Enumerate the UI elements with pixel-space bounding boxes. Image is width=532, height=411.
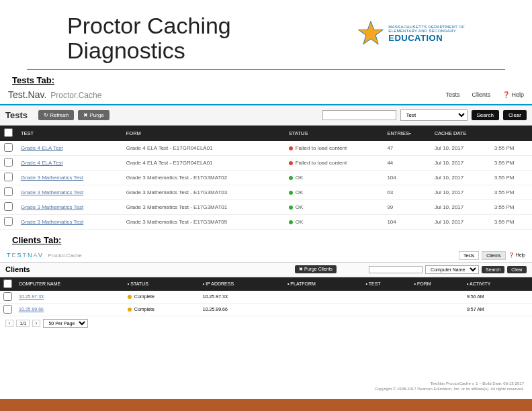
row-checkbox[interactable] [4,143,13,152]
tests-toolbar: Tests ↻ Refresh ✖ Purge Test Search Clea… [0,105,532,126]
col-status[interactable]: STATUS [285,126,384,141]
clients-nav-help[interactable]: ❓ Help [508,253,525,258]
row-checkbox[interactable] [4,202,13,211]
col-client-form[interactable]: • FORM [411,277,463,291]
col-ip[interactable]: • IP ADDRESS [200,277,284,291]
cell-test[interactable]: Grade 4 ELA Test [17,155,122,170]
nav-clients[interactable]: Clients [472,91,490,98]
row-checkbox[interactable] [3,305,12,314]
row-checkbox[interactable] [3,292,12,301]
cell-time: 3:55 PM [490,185,532,199]
cell-platform [284,291,363,304]
purge-button[interactable]: ✖ Purge [78,110,109,120]
footer-copyright: Copyright © 1998-2017 Pearson Education,… [375,387,524,392]
cell-client-status: Complete [124,303,200,316]
pager: ‹ 1/1 › 50 Per Page [0,316,532,330]
logo-line-2: ELEMENTARY AND SECONDARY [388,29,465,33]
cell-form: Grade 4 ELA Test - E17GR04ELA01 [122,141,285,156]
cell-form: Grade 3 Mathematics Test - E17G3MAT03 [122,185,285,199]
col-test[interactable]: TEST [17,126,122,141]
cell-test[interactable]: Grade 3 Mathematics Test [17,170,122,185]
table-row: Grade 4 ELA TestGrade 4 ELA Test - E17GR… [0,141,532,156]
cell-time: 3:55 PM [490,199,532,214]
logo-text: MASSACHUSETTS DEPARTMENT OF ELEMENTARY A… [388,25,465,43]
row-checkbox[interactable] [4,217,13,226]
cell-date: Jul 10, 2017 [431,214,490,229]
cell-test[interactable]: Grade 3 Mathematics Test [17,199,122,214]
select-all-checkbox[interactable] [4,128,13,137]
star-icon [357,20,384,47]
per-page-select[interactable]: 50 Per Page [43,319,88,328]
clients-table-header: COMPUTER NAME • STATUS • IP ADDRESS • PL… [0,277,532,291]
search-button[interactable]: Search [472,110,499,120]
clear-button[interactable]: Clear [503,110,527,120]
clients-clear-button[interactable]: Clear [507,266,527,273]
pager-page: 1/1 [16,320,30,327]
cell-test[interactable]: Grade 4 ELA Test [17,141,122,156]
refresh-button[interactable]: ↻ Refresh [38,110,74,120]
search-input[interactable] [322,110,396,120]
status-dot-icon [289,191,293,195]
cell-client-test [362,303,410,316]
table-row: Grade 3 Mathematics TestGrade 3 Mathemat… [0,185,532,199]
pager-prev[interactable]: ‹ [5,320,13,327]
status-dot-icon [289,205,293,210]
cell-date: Jul 10, 2017 [431,170,490,185]
tests-tab-label: Tests Tab: [12,75,532,85]
cell-ip: 10.25.97.33 [200,291,284,304]
row-checkbox[interactable] [4,187,13,196]
clients-brand-pc: Proctor.Cache [48,253,82,259]
cell-entries: 44 [383,155,430,170]
footer-version: TestNav ProctorCache v. 1 – Build Date: … [375,381,524,387]
nav-tests[interactable]: Tests [445,91,459,98]
tests-table-header: TEST FORM STATUS ENTRIES• CACHE DATE [0,126,532,141]
cell-client-test [362,291,410,304]
cell-computer-name[interactable]: 10.25.97.33 [15,291,124,304]
status-dot-icon [128,308,132,312]
col-cache-date[interactable]: CACHE DATE [431,126,490,141]
clients-nav-right: Tests Clients ❓ Help [459,251,525,260]
col-client-status[interactable]: • STATUS [124,277,200,291]
tests-table: TEST FORM STATUS ENTRIES• CACHE DATE Gra… [0,126,532,230]
purge-clients-button[interactable]: ✖ Purge Clients [295,265,337,273]
clients-search-button[interactable]: Search [482,266,504,273]
cell-test[interactable]: Grade 3 Mathematics Test [17,214,122,229]
clients-nav-tests[interactable]: Tests [459,251,479,260]
filter-select[interactable]: Test [400,109,468,121]
clients-filter-select[interactable]: Computer Name [425,265,479,274]
col-activity[interactable]: • ACTIVITY [463,277,532,291]
clients-table: COMPUTER NAME • STATUS • IP ADDRESS • PL… [0,277,532,316]
col-form[interactable]: FORM [122,126,285,141]
footer-note: TestNav ProctorCache v. 1 – Build Date: … [375,381,524,392]
nav-help[interactable]: ❓ Help [502,91,524,98]
cell-computer-name[interactable]: 10.25.99.66 [15,303,124,316]
status-dot-icon [289,146,293,150]
cell-test[interactable]: Grade 3 Mathematics Test [17,185,122,199]
brand-proctorcache: Proctor.Cache [50,91,101,100]
logo-line-1: MASSACHUSETTS DEPARTMENT OF [388,25,465,29]
cell-status: Failed to load content [285,155,384,170]
tests-panel: Test.Nav. Proctor.Cache Tests Clients ❓ … [0,87,532,230]
row-checkbox[interactable] [4,158,13,167]
col-computer-name[interactable]: COMPUTER NAME [15,277,124,291]
cell-entries: 63 [383,185,430,199]
pager-next[interactable]: › [32,320,40,327]
clients-top-nav: TESTNAV Proctor.Cache Tests Clients ❓ He… [0,249,532,263]
table-row: 10.25.99.66Complete10.25.99.669:57 AM [0,303,532,316]
col-client-test[interactable]: • TEST [362,277,410,291]
status-dot-icon [289,176,293,180]
clients-search-input[interactable] [369,266,423,273]
clients-nav-clients[interactable]: Clients [482,251,505,260]
clients-toolbar: Clients ✖ Purge Clients Computer Name Se… [0,263,532,277]
row-checkbox[interactable] [4,173,13,181]
col-entries[interactable]: ENTRIES• [383,126,430,141]
cell-form: Grade 4 ELA Test - E17GR04ELA01 [122,155,285,170]
cell-status: OK [285,199,384,214]
table-row: Grade 3 Mathematics TestGrade 3 Mathemat… [0,199,532,214]
cell-entries: 104 [383,214,430,229]
clients-select-all[interactable] [3,279,12,288]
clients-tab-label: Clients Tab: [12,235,532,245]
col-platform[interactable]: • PLATFORM [284,277,363,291]
tests-top-nav: Test.Nav. Proctor.Cache Tests Clients ❓ … [0,87,532,105]
cell-date: Jul 10, 2017 [431,155,490,170]
